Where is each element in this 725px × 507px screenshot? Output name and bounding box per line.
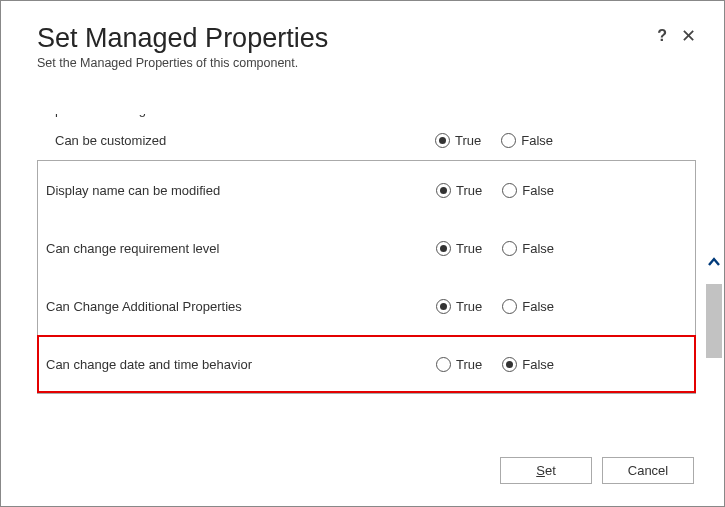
set-button[interactable]: Set (500, 457, 592, 484)
row-can-be-customized: Can be customized True False (37, 126, 696, 154)
header-actions: ? ✕ (657, 27, 696, 45)
label-datetime-behavior: Can change date and time behavior (46, 357, 436, 372)
radio-true-can-be-customized[interactable]: True (435, 133, 481, 148)
radio-label: True (456, 241, 482, 256)
radio-true-additional-props[interactable]: True (436, 299, 482, 314)
radio-circle-icon (502, 299, 517, 314)
dialog-container: Set Managed Properties Set the Managed P… (1, 1, 724, 506)
radio-false-req-level[interactable]: False (502, 241, 554, 256)
row-datetime-behavior: Can change date and time behavior True F… (37, 335, 696, 393)
radio-circle-icon (502, 357, 517, 372)
radio-circle-icon (435, 133, 450, 148)
scroll-up-icon[interactable] (704, 252, 724, 272)
close-icon[interactable]: ✕ (681, 27, 696, 45)
radio-circle-icon (502, 183, 517, 198)
radio-false-datetime-behavior[interactable]: False (502, 357, 554, 372)
radio-label: True (455, 133, 481, 148)
radio-true-datetime-behavior[interactable]: True (436, 357, 482, 372)
radio-label: False (522, 357, 554, 372)
radio-group-additional-props: True False (436, 299, 554, 314)
label-can-be-customized: Can be customized (55, 133, 435, 148)
radio-group-datetime-behavior: True False (436, 357, 554, 372)
row-req-level: Can change requirement level True False (38, 219, 695, 277)
dialog-footer: Set Cancel (500, 457, 694, 484)
scroll-thumb[interactable] (706, 284, 722, 358)
dialog-header: Set Managed Properties Set the Managed P… (37, 23, 696, 70)
radio-circle-icon (436, 357, 451, 372)
radio-group-display-name: True False (436, 183, 554, 198)
radio-true-display-name[interactable]: True (436, 183, 482, 198)
radio-circle-icon (502, 241, 517, 256)
radio-label: False (522, 183, 554, 198)
scrollbar[interactable] (704, 224, 724, 507)
radio-true-req-level[interactable]: True (436, 241, 482, 256)
radio-false-display-name[interactable]: False (502, 183, 554, 198)
row-display-name: Display name can be modified True False (38, 161, 695, 219)
radio-group-req-level: True False (436, 241, 554, 256)
radio-circle-icon (501, 133, 516, 148)
row-additional-props: Can Change Additional Properties True Fa… (38, 277, 695, 335)
help-icon[interactable]: ? (657, 27, 667, 45)
radio-label: False (522, 299, 554, 314)
truncated-text: part of a managed solution. (37, 114, 696, 122)
radio-label: False (522, 241, 554, 256)
properties-box: Display name can be modified True False … (37, 160, 696, 394)
label-req-level: Can change requirement level (46, 241, 436, 256)
radio-circle-icon (436, 241, 451, 256)
radio-label: True (456, 357, 482, 372)
radio-false-can-be-customized[interactable]: False (501, 133, 553, 148)
label-additional-props: Can Change Additional Properties (46, 299, 436, 314)
content-area: part of a managed solution. Can be custo… (37, 118, 696, 394)
radio-label: False (521, 133, 553, 148)
dialog-subtitle: Set the Managed Properties of this compo… (37, 56, 696, 70)
cancel-button[interactable]: Cancel (602, 457, 694, 484)
radio-label: True (456, 299, 482, 314)
radio-false-additional-props[interactable]: False (502, 299, 554, 314)
radio-circle-icon (436, 299, 451, 314)
label-display-name: Display name can be modified (46, 183, 436, 198)
radio-group-can-be-customized: True False (435, 133, 553, 148)
radio-circle-icon (436, 183, 451, 198)
radio-label: True (456, 183, 482, 198)
dialog-title: Set Managed Properties (37, 23, 696, 54)
